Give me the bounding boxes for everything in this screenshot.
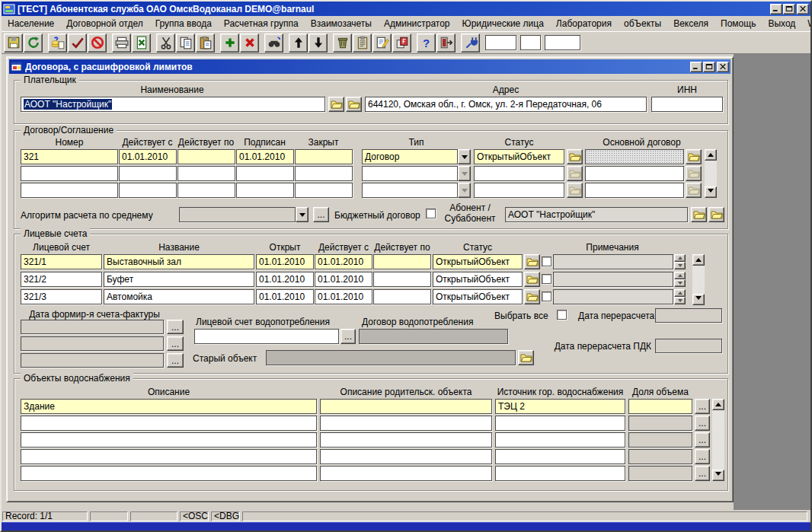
contract-status-lov-button[interactable] [567, 166, 583, 181]
commit-button[interactable] [68, 33, 87, 53]
scroll-up-button[interactable] [712, 399, 724, 410]
account-valid-to-field[interactable] [373, 254, 431, 269]
payer-inn-field[interactable] [651, 97, 723, 112]
scroll-down-button[interactable] [705, 186, 717, 198]
contract-signed-field[interactable]: 01.01.2010 [236, 149, 294, 164]
object-parent-field[interactable] [320, 432, 492, 448]
payer-address-field[interactable]: 644120, Омская обл., г. Омск, ул. 2-я Пе… [365, 97, 647, 112]
notes-spin-down-button[interactable] [674, 262, 686, 269]
form-minimize-button[interactable] [690, 62, 702, 72]
contract-number-field[interactable] [21, 166, 118, 181]
account-name-field[interactable]: Буфет [104, 272, 254, 287]
find-button[interactable] [264, 33, 283, 53]
object-share-field[interactable] [628, 399, 692, 414]
toolbar-indicator-1[interactable] [485, 35, 516, 50]
contracts-scrollbar[interactable] [705, 149, 717, 198]
previous-record-button[interactable] [289, 33, 308, 53]
menu-item-objects[interactable]: обЪекты [618, 17, 667, 30]
close-button[interactable] [797, 4, 809, 14]
account-valid-to-field[interactable] [373, 272, 431, 287]
account-notes-field[interactable] [553, 289, 673, 304]
account-status-field[interactable]: ОткрытыйОбъект [433, 289, 523, 304]
object-share-field[interactable] [628, 466, 692, 481]
account-valid-from-field[interactable]: 01.01.2010 [315, 254, 372, 269]
account-opened-field[interactable]: 01.01.2010 [256, 254, 314, 269]
object-source-field[interactable] [495, 416, 625, 431]
invoice-date-builder-2[interactable]: ... [167, 336, 184, 351]
account-select-checkbox[interactable] [542, 291, 551, 301]
scroll-down-button[interactable] [692, 294, 705, 305]
contract-main-lov-button[interactable] [686, 149, 702, 164]
maximize-button[interactable] [783, 4, 795, 14]
cancel-query-button[interactable] [88, 33, 107, 53]
contract-status-lov-button[interactable] [567, 183, 583, 198]
edit-field-button[interactable] [372, 33, 392, 53]
object-source-field[interactable]: ТЭЦ 2 [495, 399, 625, 414]
menu-item-legal-entities[interactable]: Юридические лица [456, 17, 550, 30]
menu-item-billing-group[interactable]: Расчетная группа [218, 17, 305, 30]
contract-status-lov-button[interactable] [567, 149, 583, 164]
object-builder-button[interactable]: ... [695, 466, 710, 481]
menu-item-input-group[interactable]: Группа ввода [149, 17, 218, 30]
subscriber-lov-button-2[interactable] [708, 207, 724, 222]
clipboard-button[interactable] [353, 33, 372, 53]
object-source-field[interactable] [495, 432, 625, 448]
clear-record-button[interactable] [333, 33, 352, 53]
help-button[interactable]: ? [417, 33, 436, 53]
toolbar-indicator-3[interactable] [545, 35, 580, 50]
select-all-checkbox[interactable] [557, 310, 567, 320]
contract-status-field[interactable] [474, 166, 564, 181]
paste-button[interactable] [196, 33, 215, 53]
account-lov-button[interactable] [524, 254, 540, 269]
invoice-date-field-1[interactable] [21, 320, 164, 334]
object-source-field[interactable] [495, 449, 625, 464]
scrollbar-track[interactable] [712, 410, 724, 470]
connect-button[interactable] [461, 33, 480, 53]
contract-main-field[interactable] [585, 183, 684, 198]
object-builder-button[interactable]: ... [695, 449, 710, 464]
avg-algorithm-field[interactable] [179, 207, 296, 222]
recalc-pdk-field[interactable] [655, 339, 722, 353]
contract-signed-field[interactable] [236, 183, 294, 198]
old-object-field[interactable] [266, 350, 516, 365]
account-notes-field[interactable] [553, 254, 673, 269]
menu-item-window[interactable]: Window [801, 17, 812, 30]
insert-record-button[interactable] [220, 33, 239, 53]
menu-item-laboratory[interactable]: Лаборатория [550, 17, 618, 30]
account-status-field[interactable]: ОткрытыйОбъект [433, 272, 523, 287]
execute-query-button[interactable] [48, 33, 67, 53]
payer-name-field[interactable]: АООТ "Настройщик" [21, 97, 325, 112]
contract-number-field[interactable] [21, 183, 118, 198]
contract-main-lov-button[interactable] [686, 166, 702, 181]
object-parent-field[interactable] [320, 399, 492, 414]
account-name-field[interactable]: Выставочный зал [104, 254, 254, 269]
account-number-field[interactable]: 321/1 [21, 254, 102, 269]
save-button[interactable] [4, 33, 23, 53]
payer-name-lov-button[interactable] [328, 97, 344, 112]
old-object-lov-button[interactable] [518, 350, 534, 365]
scrollbar-track[interactable] [705, 161, 717, 186]
contract-status-field[interactable] [474, 183, 564, 198]
water-account-builder[interactable]: ... [340, 329, 356, 344]
next-record-button[interactable] [308, 33, 328, 53]
object-share-field[interactable] [628, 416, 692, 431]
navigate-block-button[interactable] [392, 33, 411, 53]
invoice-date-builder-1[interactable]: ... [167, 320, 184, 334]
minimize-button[interactable] [770, 4, 782, 14]
account-number-field[interactable]: 321/3 [21, 289, 102, 304]
exit-button[interactable] [436, 33, 456, 53]
contract-main-lov-button[interactable] [686, 183, 702, 198]
contract-status-field[interactable]: ОткрытыйОбъект [474, 149, 564, 164]
invoice-date-field-2[interactable] [21, 336, 164, 351]
contract-type-field[interactable]: Договор [362, 149, 458, 164]
menu-item-help[interactable]: Помощь [714, 17, 762, 30]
scroll-up-button[interactable] [705, 149, 717, 161]
contract-type-dropdown-button[interactable] [458, 166, 471, 181]
water-account-field[interactable] [194, 329, 339, 344]
object-description-field[interactable]: Здание [21, 399, 317, 414]
account-status-field[interactable]: ОткрытыйОбъект [433, 254, 523, 269]
object-source-field[interactable] [495, 466, 625, 481]
export-excel-button[interactable] [132, 33, 151, 53]
account-opened-field[interactable]: 01.01.2010 [256, 272, 314, 287]
object-builder-button[interactable]: ... [695, 432, 710, 448]
